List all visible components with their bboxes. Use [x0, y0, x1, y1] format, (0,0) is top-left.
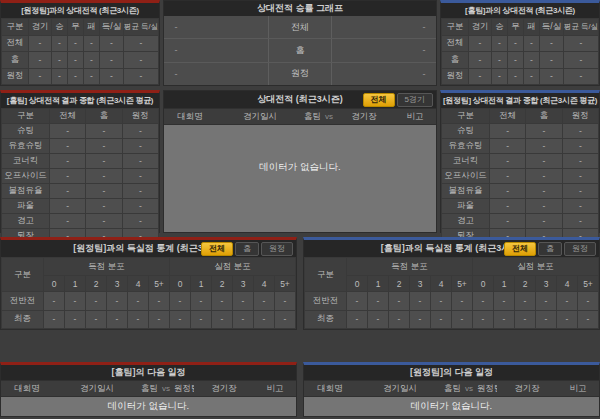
cell: -: [562, 154, 598, 169]
cell: -: [490, 199, 526, 214]
table-row: 유효슈팅---: [442, 139, 599, 154]
cell: -: [526, 124, 562, 139]
h2h-home-table: 구분 경기 승 무 패 득/실 평균 득/실 전체 - - - - - - 홈 …: [1, 18, 159, 85]
col-header-match: 홈팀vs원정팀: [304, 111, 334, 123]
col-header: 전체: [490, 109, 526, 124]
filter-button-away[interactable]: 원정: [261, 242, 293, 256]
cell: -: [492, 52, 508, 69]
filter-button-away[interactable]: 원정: [564, 242, 596, 256]
table-row: 볼점유율---: [2, 184, 159, 199]
table-row: 전체 - - - - - -: [442, 35, 599, 52]
row-label: 전반전: [305, 292, 347, 310]
cell: -: [275, 310, 296, 328]
cell: -: [515, 310, 536, 328]
table-row: 파울---: [442, 199, 599, 214]
panel-title: 상대전적 (최근3시즌) 전체 5경기: [164, 91, 436, 108]
bin-header: 5+: [275, 276, 296, 292]
away-team-label: 원정팀: [174, 383, 194, 393]
filter-button-all[interactable]: 전체: [504, 242, 536, 256]
vs-label: vs: [465, 384, 473, 393]
col-header: 구분: [305, 258, 347, 292]
goals-home-table: 구분 득점 분포 실점 분포 012345+ 012345+ 전반전 -----…: [1, 257, 296, 329]
cell: -: [122, 139, 158, 154]
summary-home-table: 구분 전체 홈 원정 슈팅--- 유효슈팅--- 코너킥--- 오프사이드---…: [1, 108, 159, 244]
cell: -: [86, 139, 122, 154]
filter-button-5games[interactable]: 5경기: [397, 93, 433, 107]
panel-title: [홈팀]과의 상대전적 (최근3시즌): [441, 3, 599, 18]
col-header: 원정: [562, 109, 598, 124]
col-header: 득/실: [100, 19, 124, 36]
row-label: 홈: [2, 52, 29, 69]
bin-header: 0: [347, 276, 368, 292]
cell: -: [275, 292, 296, 310]
cell: -: [149, 310, 170, 328]
cell: -: [526, 214, 562, 229]
cell: -: [86, 199, 122, 214]
graph-row: - 전체 -: [164, 16, 436, 39]
table-row: 전체 - - - - - -: [2, 35, 159, 52]
cell: -: [524, 68, 540, 85]
cell: -: [84, 35, 100, 52]
row-label: 슈팅: [442, 124, 490, 139]
cell: -: [29, 35, 52, 52]
home-team-label: 홈팀: [141, 383, 158, 393]
col-header-note: 비고: [254, 383, 296, 395]
filter-button-home[interactable]: 홈: [538, 242, 562, 256]
cell: -: [490, 214, 526, 229]
row-label: 원정: [2, 68, 29, 85]
col-header-match: 홈팀vs원정팀: [444, 383, 497, 395]
cell: -: [508, 52, 524, 69]
graph-bar-right: [332, 39, 412, 61]
cell: -: [562, 184, 598, 199]
cell: -: [526, 199, 562, 214]
graph-row-label: 원정: [268, 63, 332, 85]
row-label: 슈팅: [2, 124, 50, 139]
cell: -: [254, 292, 275, 310]
col-header-competition: 대회명: [164, 111, 216, 123]
filter-button-home[interactable]: 홈: [235, 242, 259, 256]
graph-row-label: 홈: [268, 39, 332, 61]
panel-title: [홈팀]과의 득실점 통계 (최근3시즌) 전체 홈 원정: [304, 240, 599, 257]
empty-state-message: 데이터가 없습니다.: [304, 397, 599, 416]
cell: -: [515, 292, 536, 310]
list-header: 대회명 경기일시 홈팀vs원정팀 경기장 비고: [1, 380, 296, 397]
cell: -: [122, 124, 158, 139]
cell: -: [68, 68, 84, 85]
cell: -: [65, 310, 86, 328]
cell: -: [389, 292, 410, 310]
cell: -: [536, 310, 557, 328]
col-header: 승: [492, 19, 508, 36]
col-header-competition: 대회명: [1, 383, 53, 395]
graph-right-value: -: [412, 63, 436, 85]
row-label: 유효슈팅: [442, 139, 490, 154]
graph-bar-right: [332, 16, 412, 38]
cell: -: [86, 184, 122, 199]
cell: -: [84, 68, 100, 85]
table-row: 전반전 ------ ------: [305, 292, 599, 310]
bin-header: 3: [536, 276, 557, 292]
cell: -: [50, 139, 86, 154]
filter-button-all[interactable]: 전체: [363, 93, 395, 107]
cell: -: [29, 68, 52, 85]
cell: -: [540, 68, 564, 85]
cell: -: [562, 139, 598, 154]
col-header-note: 비고: [394, 111, 436, 123]
table-row: 슈팅---: [442, 124, 599, 139]
cell: -: [233, 292, 254, 310]
cell: -: [44, 310, 65, 328]
cell: -: [122, 199, 158, 214]
home-team-label: 홈팀: [304, 111, 321, 121]
filter-button-all[interactable]: 전체: [201, 242, 233, 256]
bin-header: 0: [44, 276, 65, 292]
row-label: 볼점유율: [442, 184, 490, 199]
panel-title: [홈팀] 상대전적 결과 종합 (최근3시즌 평균): [1, 93, 159, 108]
cell: -: [107, 310, 128, 328]
bin-header: 4: [128, 276, 149, 292]
cell: -: [564, 52, 599, 69]
graph-right-value: -: [412, 16, 436, 38]
row-label: 유효슈팅: [2, 139, 50, 154]
cell: -: [368, 292, 389, 310]
bin-header: 1: [494, 276, 515, 292]
panel-h2h-list: 상대전적 (최근3시즌) 전체 5경기 대회명 경기일시 홈팀vs원정팀 경기장…: [163, 90, 437, 233]
table-row: 경고---: [2, 214, 159, 229]
